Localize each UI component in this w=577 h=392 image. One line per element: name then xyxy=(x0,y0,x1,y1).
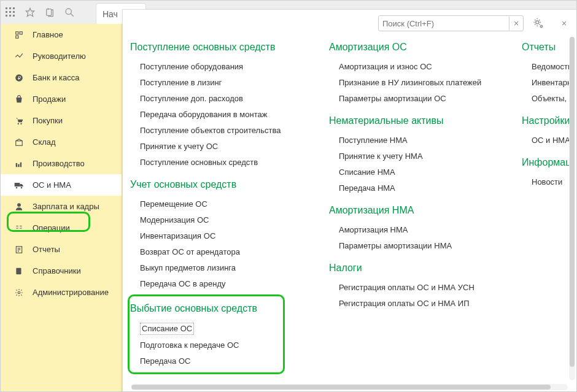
apps-icon[interactable] xyxy=(4,6,17,18)
link-item[interactable]: Поступление доп. расходов xyxy=(130,91,307,107)
link-item[interactable]: Поступление оборудования xyxy=(130,59,307,75)
link-item[interactable]: Передача НМА xyxy=(329,180,500,196)
link-item[interactable]: Принятие к учету ОС xyxy=(130,139,307,155)
book-icon xyxy=(14,266,24,276)
close-panel-button[interactable]: × xyxy=(558,17,570,29)
sidebar-item-label: Справочники xyxy=(33,266,81,275)
svg-rect-10 xyxy=(47,9,52,16)
ruble-icon: ₽ xyxy=(14,73,24,83)
svg-rect-1 xyxy=(9,7,11,9)
link-item[interactable]: ОС и НМА xyxy=(522,133,569,148)
sidebar-item-label: Продажи xyxy=(33,94,66,104)
group-title: Информация xyxy=(522,157,569,168)
column-2: Амортизация ОС Амортизация и износ ОС Пр… xyxy=(329,37,500,375)
group-title: Учет основных средств xyxy=(130,179,307,190)
svg-rect-13 xyxy=(16,31,18,34)
sidebar-item-warehouse[interactable]: Склад xyxy=(1,131,122,153)
link-item[interactable]: Перемещение ОС xyxy=(130,196,307,212)
sidebar-item-production[interactable]: Производство xyxy=(1,153,122,174)
link-item[interactable]: Поступление в лизинг xyxy=(130,75,307,91)
svg-rect-14 xyxy=(20,31,22,34)
link-item[interactable]: Объекты, пере xyxy=(522,91,569,107)
link-item[interactable]: Поступление объектов строительства xyxy=(130,123,307,139)
svg-rect-23 xyxy=(20,162,21,167)
settings-gear-icon[interactable] xyxy=(531,16,546,31)
group-title: Амортизация НМА xyxy=(329,205,500,216)
svg-rect-0 xyxy=(6,7,7,9)
svg-rect-6 xyxy=(6,15,7,17)
search-icon[interactable] xyxy=(63,6,76,18)
sidebar-item-label: Зарплата и кадры xyxy=(33,202,99,211)
sidebar-item-admin[interactable]: Администрирование xyxy=(1,282,122,303)
svg-marker-9 xyxy=(26,8,34,16)
panel-toolbar: × × xyxy=(123,10,576,33)
sidebar-item-reports[interactable]: Отчеты xyxy=(1,239,122,260)
svg-point-34 xyxy=(536,21,539,24)
sidebar-item-purchases[interactable]: Покупки xyxy=(1,110,122,131)
link-item[interactable]: Новости xyxy=(522,174,569,190)
sidebar-item-label: Операции xyxy=(33,223,70,233)
group-title: Отчеты xyxy=(522,42,569,53)
sidebar-item-manager[interactable]: Руководителю xyxy=(1,45,122,67)
link-item[interactable]: Модернизация ОС xyxy=(130,212,307,228)
svg-rect-21 xyxy=(16,163,17,166)
factory-icon xyxy=(14,159,24,169)
link-item[interactable]: Выкуп предметов лизинга xyxy=(130,260,307,276)
truck-icon xyxy=(14,180,24,190)
svg-line-12 xyxy=(71,13,74,17)
link-item[interactable]: Параметры амортизации НМА xyxy=(329,238,500,254)
link-item[interactable]: Инвентарная к xyxy=(522,75,569,91)
link-item[interactable]: Признание в НУ лизинговых платежей xyxy=(329,75,500,91)
group-title: Настройки xyxy=(522,115,569,126)
link-item[interactable]: Амортизация НМА xyxy=(329,222,500,238)
link-item[interactable]: Принятие к учету НМА xyxy=(329,148,500,164)
svg-point-18 xyxy=(18,123,19,124)
scrollbar-horizontal[interactable] xyxy=(131,384,568,390)
svg-rect-32 xyxy=(16,267,21,274)
svg-point-27 xyxy=(17,203,21,207)
link-item[interactable]: Передача ОС xyxy=(130,353,307,369)
cart-icon xyxy=(14,116,24,126)
link-item[interactable]: Передача ОС в аренду xyxy=(130,276,307,292)
link-spisanie-os[interactable]: Списание ОС xyxy=(130,320,307,337)
link-item[interactable]: Передача оборудования в монтаж xyxy=(130,107,307,123)
sidebar-item-label: Руководителю xyxy=(33,52,86,61)
link-item[interactable]: Регистрация оплаты ОС и НМА УСН xyxy=(329,280,500,296)
link-item[interactable]: Параметры амортизации ОС xyxy=(329,91,500,107)
link-item[interactable]: Поступление основных средств xyxy=(130,155,307,171)
svg-rect-5 xyxy=(13,11,15,13)
sidebar-item-label: Банк и касса xyxy=(33,73,80,82)
svg-point-11 xyxy=(66,9,71,14)
link-item[interactable]: Инвентаризация ОС xyxy=(130,228,307,244)
svg-rect-2 xyxy=(13,7,15,9)
link-item[interactable]: Амортизация и износ ОС xyxy=(329,59,500,75)
sidebar-item-os-nma[interactable]: ОС и НМА xyxy=(1,174,122,196)
sidebar-item-sales[interactable]: Продажи xyxy=(1,88,122,110)
link-item[interactable]: Регистрация оплаты ОС и НМА ИП xyxy=(329,296,500,312)
svg-rect-8 xyxy=(13,15,15,17)
sidebar-item-bank[interactable]: ₽Банк и касса xyxy=(1,67,122,88)
report-icon xyxy=(14,245,24,255)
sidebar-item-salary[interactable]: Зарплата и кадры xyxy=(1,196,122,217)
link-item[interactable]: Списание НМА xyxy=(329,164,500,180)
link-item[interactable]: Поступление НМА xyxy=(329,133,500,148)
search-input[interactable] xyxy=(379,17,509,30)
sidebar: Главное Руководителю ₽Банк и касса Прода… xyxy=(1,24,122,391)
link-item[interactable]: Подготовка к передаче ОС xyxy=(130,337,307,353)
history-icon[interactable] xyxy=(44,6,56,18)
scrollbar-vertical[interactable] xyxy=(569,37,575,380)
svg-rect-4 xyxy=(9,11,11,13)
sidebar-item-main[interactable]: Главное xyxy=(1,24,122,45)
svg-point-26 xyxy=(21,186,23,188)
sidebar-item-label: Администрирование xyxy=(33,288,109,297)
clear-search-button[interactable]: × xyxy=(509,17,523,30)
sidebar-item-catalogs[interactable]: Справочники xyxy=(1,260,122,282)
gear-icon xyxy=(14,288,24,298)
link-item[interactable]: Ведомость ам xyxy=(522,59,569,75)
link-item[interactable]: Возврат ОС от арендатора xyxy=(130,244,307,260)
svg-point-19 xyxy=(20,123,21,124)
sidebar-item-operations[interactable]: Операции xyxy=(1,217,122,239)
bag-icon xyxy=(14,94,24,104)
star-icon[interactable] xyxy=(24,6,36,18)
svg-text:₽: ₽ xyxy=(18,75,21,80)
